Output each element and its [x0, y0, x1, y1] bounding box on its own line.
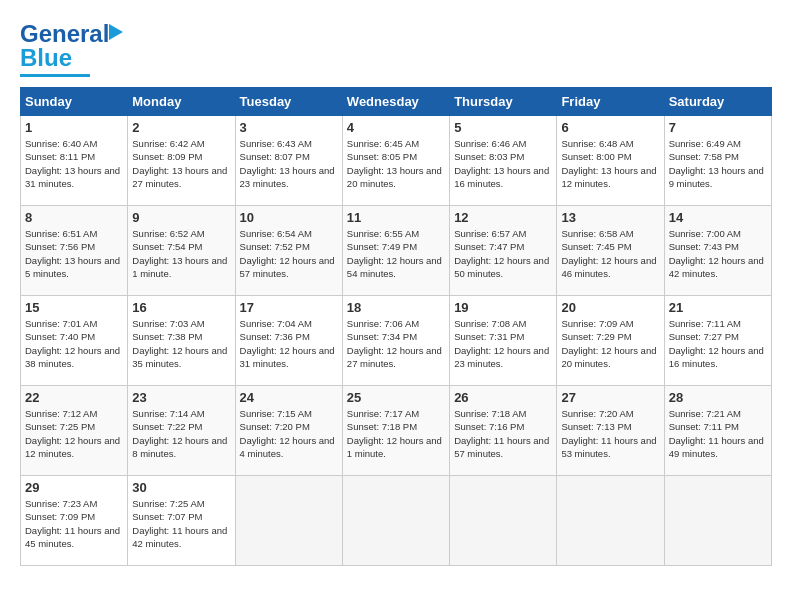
calendar-table: SundayMondayTuesdayWednesdayThursdayFrid… — [20, 87, 772, 566]
day-detail: Sunrise: 6:52 AMSunset: 7:54 PMDaylight:… — [132, 227, 230, 280]
day-number: 1 — [25, 120, 123, 135]
calendar-cell: 21Sunrise: 7:11 AMSunset: 7:27 PMDayligh… — [664, 296, 771, 386]
day-detail: Sunrise: 6:51 AMSunset: 7:56 PMDaylight:… — [25, 227, 123, 280]
calendar-cell: 16Sunrise: 7:03 AMSunset: 7:38 PMDayligh… — [128, 296, 235, 386]
day-detail: Sunrise: 7:00 AMSunset: 7:43 PMDaylight:… — [669, 227, 767, 280]
day-number: 15 — [25, 300, 123, 315]
calendar-cell: 26Sunrise: 7:18 AMSunset: 7:16 PMDayligh… — [450, 386, 557, 476]
day-detail: Sunrise: 6:54 AMSunset: 7:52 PMDaylight:… — [240, 227, 338, 280]
day-detail: Sunrise: 7:15 AMSunset: 7:20 PMDaylight:… — [240, 407, 338, 460]
calendar-cell: 12Sunrise: 6:57 AMSunset: 7:47 PMDayligh… — [450, 206, 557, 296]
day-number: 14 — [669, 210, 767, 225]
day-number: 4 — [347, 120, 445, 135]
day-number: 3 — [240, 120, 338, 135]
calendar-week-4: 22Sunrise: 7:12 AMSunset: 7:25 PMDayligh… — [21, 386, 772, 476]
calendar-cell — [664, 476, 771, 566]
calendar-cell: 11Sunrise: 6:55 AMSunset: 7:49 PMDayligh… — [342, 206, 449, 296]
weekday-header-saturday: Saturday — [664, 88, 771, 116]
calendar-cell: 10Sunrise: 6:54 AMSunset: 7:52 PMDayligh… — [235, 206, 342, 296]
day-number: 8 — [25, 210, 123, 225]
day-number: 9 — [132, 210, 230, 225]
day-number: 25 — [347, 390, 445, 405]
day-number: 27 — [561, 390, 659, 405]
day-number: 11 — [347, 210, 445, 225]
calendar-cell: 15Sunrise: 7:01 AMSunset: 7:40 PMDayligh… — [21, 296, 128, 386]
day-detail: Sunrise: 6:55 AMSunset: 7:49 PMDaylight:… — [347, 227, 445, 280]
day-number: 18 — [347, 300, 445, 315]
calendar-cell: 14Sunrise: 7:00 AMSunset: 7:43 PMDayligh… — [664, 206, 771, 296]
day-number: 21 — [669, 300, 767, 315]
day-detail: Sunrise: 7:17 AMSunset: 7:18 PMDaylight:… — [347, 407, 445, 460]
logo-arrow-icon — [109, 24, 123, 40]
calendar-cell: 30Sunrise: 7:25 AMSunset: 7:07 PMDayligh… — [128, 476, 235, 566]
calendar-cell: 27Sunrise: 7:20 AMSunset: 7:13 PMDayligh… — [557, 386, 664, 476]
day-number: 20 — [561, 300, 659, 315]
day-detail: Sunrise: 7:25 AMSunset: 7:07 PMDaylight:… — [132, 497, 230, 550]
day-detail: Sunrise: 7:04 AMSunset: 7:36 PMDaylight:… — [240, 317, 338, 370]
weekday-header-sunday: Sunday — [21, 88, 128, 116]
day-number: 2 — [132, 120, 230, 135]
day-detail: Sunrise: 7:18 AMSunset: 7:16 PMDaylight:… — [454, 407, 552, 460]
calendar-cell: 28Sunrise: 7:21 AMSunset: 7:11 PMDayligh… — [664, 386, 771, 476]
calendar-cell: 23Sunrise: 7:14 AMSunset: 7:22 PMDayligh… — [128, 386, 235, 476]
day-detail: Sunrise: 7:11 AMSunset: 7:27 PMDaylight:… — [669, 317, 767, 370]
day-detail: Sunrise: 7:21 AMSunset: 7:11 PMDaylight:… — [669, 407, 767, 460]
calendar-cell — [235, 476, 342, 566]
calendar-cell — [450, 476, 557, 566]
day-number: 12 — [454, 210, 552, 225]
calendar-cell: 19Sunrise: 7:08 AMSunset: 7:31 PMDayligh… — [450, 296, 557, 386]
day-detail: Sunrise: 7:09 AMSunset: 7:29 PMDaylight:… — [561, 317, 659, 370]
calendar-week-2: 8Sunrise: 6:51 AMSunset: 7:56 PMDaylight… — [21, 206, 772, 296]
calendar-cell — [342, 476, 449, 566]
day-number: 28 — [669, 390, 767, 405]
day-number: 29 — [25, 480, 123, 495]
day-detail: Sunrise: 7:23 AMSunset: 7:09 PMDaylight:… — [25, 497, 123, 550]
logo-general: General — [20, 20, 109, 47]
logo: General Blue — [20, 20, 109, 77]
calendar-cell: 18Sunrise: 7:06 AMSunset: 7:34 PMDayligh… — [342, 296, 449, 386]
day-detail: Sunrise: 7:12 AMSunset: 7:25 PMDaylight:… — [25, 407, 123, 460]
day-number: 17 — [240, 300, 338, 315]
calendar-week-3: 15Sunrise: 7:01 AMSunset: 7:40 PMDayligh… — [21, 296, 772, 386]
calendar-cell: 1Sunrise: 6:40 AMSunset: 8:11 PMDaylight… — [21, 116, 128, 206]
calendar-cell: 22Sunrise: 7:12 AMSunset: 7:25 PMDayligh… — [21, 386, 128, 476]
day-number: 24 — [240, 390, 338, 405]
day-number: 13 — [561, 210, 659, 225]
calendar-header-row: SundayMondayTuesdayWednesdayThursdayFrid… — [21, 88, 772, 116]
day-number: 26 — [454, 390, 552, 405]
calendar-cell: 7Sunrise: 6:49 AMSunset: 7:58 PMDaylight… — [664, 116, 771, 206]
day-number: 16 — [132, 300, 230, 315]
day-detail: Sunrise: 7:03 AMSunset: 7:38 PMDaylight:… — [132, 317, 230, 370]
weekday-header-friday: Friday — [557, 88, 664, 116]
day-detail: Sunrise: 6:40 AMSunset: 8:11 PMDaylight:… — [25, 137, 123, 190]
day-number: 10 — [240, 210, 338, 225]
calendar-cell — [557, 476, 664, 566]
calendar-cell: 5Sunrise: 6:46 AMSunset: 8:03 PMDaylight… — [450, 116, 557, 206]
calendar-cell: 20Sunrise: 7:09 AMSunset: 7:29 PMDayligh… — [557, 296, 664, 386]
day-detail: Sunrise: 7:08 AMSunset: 7:31 PMDaylight:… — [454, 317, 552, 370]
calendar-cell: 6Sunrise: 6:48 AMSunset: 8:00 PMDaylight… — [557, 116, 664, 206]
weekday-header-tuesday: Tuesday — [235, 88, 342, 116]
calendar-cell: 2Sunrise: 6:42 AMSunset: 8:09 PMDaylight… — [128, 116, 235, 206]
day-detail: Sunrise: 7:01 AMSunset: 7:40 PMDaylight:… — [25, 317, 123, 370]
day-detail: Sunrise: 6:58 AMSunset: 7:45 PMDaylight:… — [561, 227, 659, 280]
calendar-cell: 9Sunrise: 6:52 AMSunset: 7:54 PMDaylight… — [128, 206, 235, 296]
weekday-header-thursday: Thursday — [450, 88, 557, 116]
day-detail: Sunrise: 7:14 AMSunset: 7:22 PMDaylight:… — [132, 407, 230, 460]
day-detail: Sunrise: 6:42 AMSunset: 8:09 PMDaylight:… — [132, 137, 230, 190]
calendar-cell: 4Sunrise: 6:45 AMSunset: 8:05 PMDaylight… — [342, 116, 449, 206]
day-number: 5 — [454, 120, 552, 135]
day-detail: Sunrise: 6:46 AMSunset: 8:03 PMDaylight:… — [454, 137, 552, 190]
day-number: 23 — [132, 390, 230, 405]
calendar-cell: 8Sunrise: 6:51 AMSunset: 7:56 PMDaylight… — [21, 206, 128, 296]
calendar-cell: 17Sunrise: 7:04 AMSunset: 7:36 PMDayligh… — [235, 296, 342, 386]
logo-blue: Blue — [20, 44, 72, 71]
calendar-cell: 24Sunrise: 7:15 AMSunset: 7:20 PMDayligh… — [235, 386, 342, 476]
day-number: 30 — [132, 480, 230, 495]
calendar-cell: 3Sunrise: 6:43 AMSunset: 8:07 PMDaylight… — [235, 116, 342, 206]
day-detail: Sunrise: 6:43 AMSunset: 8:07 PMDaylight:… — [240, 137, 338, 190]
weekday-header-monday: Monday — [128, 88, 235, 116]
day-detail: Sunrise: 6:57 AMSunset: 7:47 PMDaylight:… — [454, 227, 552, 280]
calendar-week-5: 29Sunrise: 7:23 AMSunset: 7:09 PMDayligh… — [21, 476, 772, 566]
calendar-cell: 29Sunrise: 7:23 AMSunset: 7:09 PMDayligh… — [21, 476, 128, 566]
